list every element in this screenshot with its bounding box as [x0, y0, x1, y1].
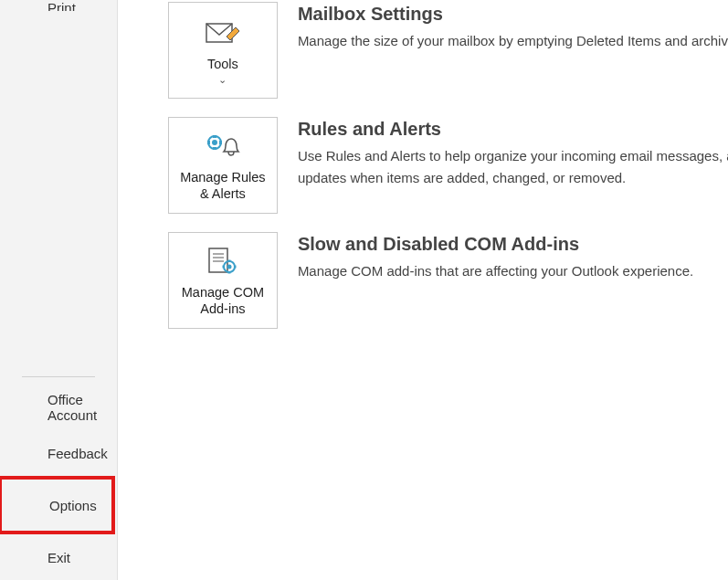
- rules-alerts-icon: [204, 129, 242, 165]
- sidebar-item-print[interactable]: Print: [0, 0, 117, 11]
- sidebar-item-label: Feedback: [47, 446, 108, 461]
- svg-rect-3: [213, 135, 216, 138]
- section-mailbox-settings: Tools ⌄ Mailbox Settings Manage the size…: [168, 2, 728, 99]
- svg-rect-15: [222, 265, 225, 268]
- backstage-sidebar: Print Office Account Feedback Options Ex…: [0, 0, 118, 580]
- main-content: Tools ⌄ Mailbox Settings Manage the size…: [118, 0, 728, 580]
- section-rules-alerts: Manage Rules & Alerts Rules and Alerts U…: [168, 117, 728, 214]
- section-desc: Manage the size of your mailbox by empty…: [298, 30, 728, 52]
- sidebar-item-feedback[interactable]: Feedback: [0, 430, 117, 476]
- sidebar-divider: [22, 376, 95, 377]
- tile-manage-com-addins[interactable]: Manage COM Add-ins: [168, 232, 278, 329]
- sidebar-item-label: Print: [47, 0, 76, 11]
- svg-point-12: [227, 264, 231, 269]
- svg-rect-14: [227, 271, 230, 274]
- section-com-addins: Manage COM Add-ins Slow and Disabled COM…: [168, 232, 728, 329]
- com-addins-icon: [206, 244, 240, 280]
- tile-label: Manage COM Add-ins: [174, 284, 271, 317]
- section-title: Mailbox Settings: [298, 4, 728, 25]
- svg-rect-13: [227, 259, 230, 262]
- tile-tools[interactable]: Tools ⌄: [168, 2, 278, 99]
- sidebar-item-exit[interactable]: Exit: [0, 534, 117, 580]
- section-title: Rules and Alerts: [298, 119, 728, 140]
- tile-label: Manage Rules & Alerts: [174, 169, 271, 202]
- sidebar-item-label: Office Account: [47, 392, 108, 423]
- tools-icon: [205, 16, 241, 52]
- sidebar-item-label: Exit: [47, 550, 70, 565]
- section-title: Slow and Disabled COM Add-ins: [298, 234, 728, 255]
- svg-rect-16: [234, 265, 237, 268]
- chevron-down-icon: ⌄: [218, 75, 227, 85]
- sidebar-item-office-account[interactable]: Office Account: [0, 385, 117, 430]
- svg-rect-5: [207, 141, 210, 144]
- sidebar-item-options[interactable]: Options: [2, 480, 111, 531]
- svg-rect-4: [213, 147, 216, 150]
- tile-label: Tools: [207, 56, 238, 72]
- annotation-highlight: Options: [0, 476, 115, 534]
- svg-rect-6: [219, 141, 222, 144]
- tile-manage-rules[interactable]: Manage Rules & Alerts: [168, 117, 278, 214]
- sidebar-item-label: Options: [49, 498, 97, 513]
- section-desc: Manage COM add-ins that are affecting yo…: [298, 260, 728, 282]
- svg-point-2: [212, 140, 217, 145]
- section-desc: Use Rules and Alerts to help organize yo…: [298, 145, 728, 189]
